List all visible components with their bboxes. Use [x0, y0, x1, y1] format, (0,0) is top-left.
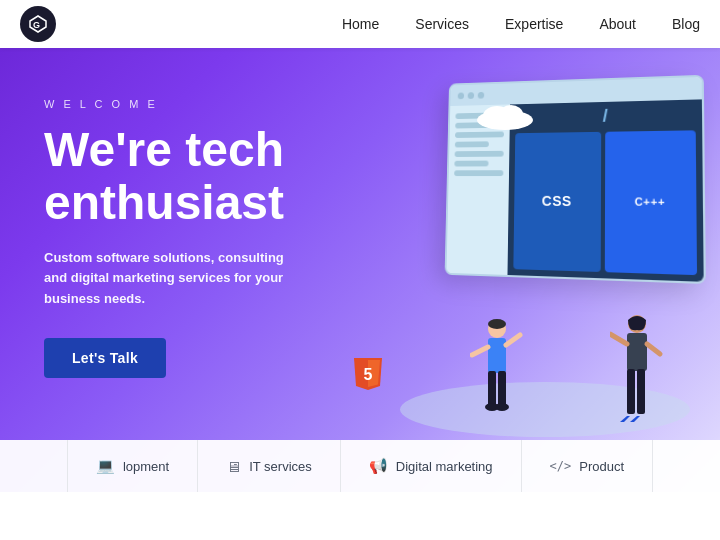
nav-services[interactable]: Services — [415, 16, 469, 32]
svg-point-16 — [495, 403, 509, 411]
svg-line-19 — [610, 334, 627, 344]
svg-line-11 — [472, 347, 488, 355]
hero-content: W E L C O M E We're tech enthusiast Cust… — [44, 98, 364, 378]
nav-home[interactable]: Home — [342, 16, 379, 32]
cpp-panel: C+++ — [604, 130, 697, 275]
service-dev-label: lopment — [123, 459, 169, 474]
svg-rect-21 — [627, 369, 635, 414]
figure-right — [610, 312, 665, 442]
svg-line-20 — [647, 344, 660, 354]
svg-point-7 — [499, 105, 523, 123]
svg-text:5: 5 — [364, 366, 373, 383]
html5-icon: 5 — [350, 356, 386, 392]
figure-left — [470, 317, 525, 437]
css-panel: CSS — [513, 132, 600, 272]
nav-blog[interactable]: Blog — [672, 16, 700, 32]
cta-button[interactable]: Let's Talk — [44, 338, 166, 378]
svg-rect-18 — [627, 333, 647, 371]
svg-rect-14 — [498, 371, 506, 406]
service-it[interactable]: 🖥 IT services — [198, 440, 341, 492]
browser-sidebar — [446, 104, 510, 275]
svg-point-9 — [488, 319, 506, 329]
hero-subtitle: Custom software solutions, consulting an… — [44, 248, 304, 310]
svg-line-12 — [506, 335, 520, 345]
service-marketing[interactable]: 📢 Digital marketing — [341, 440, 522, 492]
hero-title: We're tech enthusiast — [44, 124, 364, 230]
svg-rect-13 — [488, 371, 496, 406]
navbar: G Home Services Expertise About Blog — [0, 0, 720, 48]
nav-links: Home Services Expertise About Blog — [342, 16, 700, 32]
nav-expertise[interactable]: Expertise — [505, 16, 563, 32]
marketing-icon: 📢 — [369, 457, 388, 475]
it-icon: 🖥 — [226, 458, 241, 475]
nav-about[interactable]: About — [599, 16, 636, 32]
svg-rect-10 — [488, 338, 506, 373]
welcome-label: W E L C O M E — [44, 98, 364, 110]
product-icon: </> — [550, 459, 572, 473]
service-bar: 💻 lopment 🖥 IT services 📢 Digital market… — [0, 440, 720, 492]
cloud-icon — [475, 98, 535, 130]
service-product-label: Product — [579, 459, 624, 474]
logo[interactable]: G — [20, 6, 56, 42]
service-dev[interactable]: 💻 lopment — [67, 440, 198, 492]
browser-main: / CSS C+++ — [507, 99, 703, 281]
svg-rect-22 — [637, 369, 645, 414]
service-marketing-label: Digital marketing — [396, 459, 493, 474]
service-product[interactable]: </> Product — [522, 440, 654, 492]
dev-icon: 💻 — [96, 457, 115, 475]
hero-section: W E L C O M E We're tech enthusiast Cust… — [0, 48, 720, 492]
service-it-label: IT services — [249, 459, 312, 474]
svg-text:G: G — [33, 20, 40, 30]
